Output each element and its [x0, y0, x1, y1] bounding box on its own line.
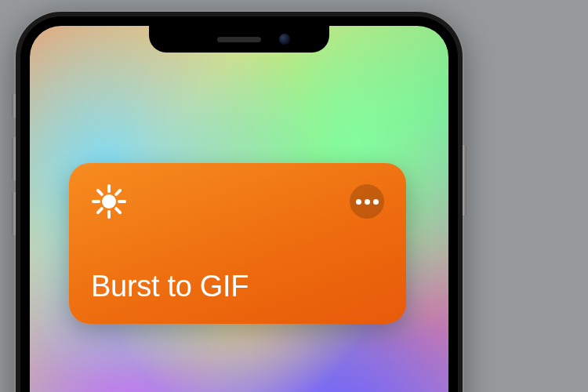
- display-notch: [149, 26, 329, 53]
- shortcut-title: Burst to GIF: [91, 270, 384, 303]
- front-camera: [279, 34, 290, 45]
- svg-line-5: [98, 191, 102, 194]
- volume-up-button: [12, 137, 16, 180]
- shortcut-card[interactable]: Burst to GIF: [69, 163, 406, 324]
- volume-down-button: [12, 192, 16, 235]
- more-options-button[interactable]: [350, 184, 384, 219]
- mute-switch: [12, 94, 16, 118]
- svg-point-0: [102, 194, 116, 209]
- earpiece-speaker: [217, 37, 261, 42]
- svg-line-7: [98, 209, 102, 212]
- ellipsis-icon: [356, 199, 361, 205]
- shortcut-card-header: [91, 183, 384, 220]
- phone-device-frame: Burst to GIF: [16, 12, 463, 392]
- svg-line-8: [116, 191, 120, 194]
- phone-bezel: Burst to GIF: [20, 16, 458, 392]
- svg-line-6: [116, 209, 120, 212]
- sun-icon: [91, 183, 127, 220]
- phone-screen: Burst to GIF: [30, 26, 448, 392]
- power-button: [463, 145, 466, 216]
